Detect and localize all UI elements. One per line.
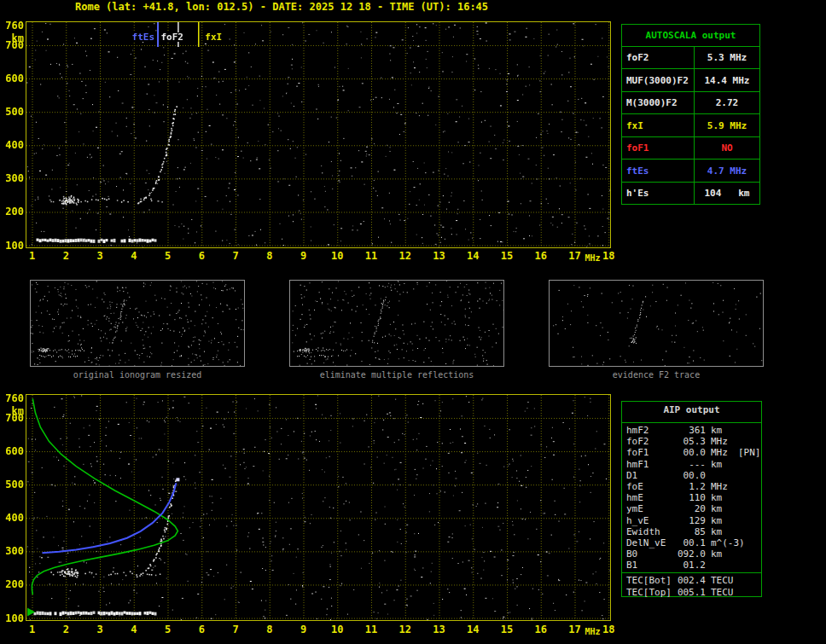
aip-row-value: 20 — [670, 503, 706, 514]
x-tick-label: 15 — [497, 624, 516, 635]
aip-row: D100.0 — [622, 470, 761, 481]
thumbnail-original-ionogram — [30, 280, 245, 367]
autoscala-row-value: 5.9 MHz — [695, 114, 759, 136]
x-tick-label: 12 — [396, 624, 415, 635]
autoscala-table-title: AUTOSCALA output — [622, 25, 759, 47]
y-tick-label: 100 — [1, 613, 24, 624]
autoscala-row-label: M(3000)F2 — [622, 92, 695, 113]
bottom-ionogram-plot — [26, 394, 611, 621]
autoscala-row: fxI5.9 MHz — [622, 113, 759, 136]
aip-row-value: 1.2 — [670, 481, 706, 492]
thumbnail-caption-eliminate: eliminate multiple reflections — [289, 370, 504, 380]
marker-label-fof2: foF2 — [160, 32, 184, 42]
aip-row-note: [PN] — [738, 447, 761, 458]
autoscala-row: M(3000)F22.72 — [622, 91, 759, 113]
aip-tec-row: TEC[Bot]002.4TECU — [622, 575, 761, 586]
autoscala-row: foF25.3 MHz — [622, 46, 759, 68]
y-tick-label: 300 — [1, 546, 24, 556]
y-tick-label: 100 — [1, 241, 24, 251]
autoscala-row-value: 2.72 — [695, 92, 759, 113]
x-tick-label: 11 — [362, 251, 381, 261]
bottom-ionogram-canvas — [26, 395, 610, 620]
aip-row: foE1.2MHz — [622, 481, 761, 492]
top-ionogram-plot: ftEs foF2 fxI — [26, 21, 611, 248]
aip-row-label: DelN_vE — [626, 537, 666, 548]
aip-row-unit: km — [711, 503, 722, 514]
autoscala-row: h'Es104 km — [622, 182, 759, 204]
aip-row-value: 129 — [670, 515, 706, 526]
aip-row-value: 00.1 — [670, 537, 706, 548]
aip-row-unit: MHz — [711, 481, 728, 492]
x-tick-label: 10 — [328, 624, 346, 635]
x-tick-label: 7 — [226, 251, 245, 261]
x-tick-label: 10 — [328, 251, 346, 261]
y-tick-label: 600 — [1, 73, 24, 84]
aip-row-unit: km — [711, 459, 722, 470]
y-tick-label: 760 — [1, 20, 24, 31]
aip-row-unit: km — [711, 515, 722, 526]
aip-row: ymE20km — [622, 503, 761, 514]
y-tick-label: 600 — [1, 446, 24, 456]
autoscala-screen: Rome (lat: +41.8, lon: 012.5) - DATE: 20… — [0, 0, 826, 644]
y-axis-unit-label: km — [1, 33, 24, 44]
autoscala-row-label: foF2 — [622, 46, 695, 68]
thumbnail-evidence-f2 — [549, 280, 764, 367]
x-tick-label: 2 — [56, 624, 75, 635]
x-tick-label: 12 — [396, 251, 415, 261]
x-tick-label: 14 — [463, 624, 482, 635]
x-tick-label: 18 — [599, 251, 618, 261]
autoscala-row: foF1NO — [622, 136, 759, 159]
aip-row: hmE110km — [622, 492, 761, 503]
aip-row: h_vE129km — [622, 515, 761, 526]
y-tick-label: 760 — [1, 393, 24, 403]
aip-box-title: AIP output — [622, 405, 761, 415]
x-tick-label: 3 — [90, 624, 109, 635]
autoscala-row-label: MUF(3000)F2 — [622, 69, 695, 91]
x-tick-label: 13 — [430, 624, 449, 635]
aip-output-box: AIP output hmF2361kmfoF205.3MHzfoF100.0M… — [621, 401, 762, 597]
aip-header-separator — [622, 422, 761, 423]
x-tick-label: 15 — [497, 251, 516, 261]
y-tick-label: 400 — [1, 140, 24, 150]
autoscala-row: MUF(3000)F214.4 MHz — [622, 68, 759, 91]
aip-row-label: h_vE — [626, 515, 649, 526]
autoscala-row-value: 4.7 MHz — [695, 160, 759, 182]
aip-row-unit: TECU — [711, 587, 734, 598]
aip-row-label: ymE — [626, 503, 643, 514]
autoscala-output-table: AUTOSCALA output foF25.3 MHzMUF(3000)F21… — [621, 24, 760, 205]
aip-row: hmF1---km — [622, 459, 761, 470]
x-tick-label: 11 — [362, 624, 381, 635]
aip-row-value: 092.0 — [670, 548, 706, 560]
aip-row: B101.2 — [622, 560, 761, 571]
aip-row-value: 00.0 — [670, 470, 706, 481]
aip-tec-row: TEC[Top]005.1TECU — [622, 587, 761, 598]
top-ionogram-canvas — [26, 22, 610, 247]
autoscala-row: ftEs4.7 MHz — [622, 159, 759, 182]
x-tick-label: 16 — [532, 624, 550, 635]
aip-row-unit: m^(-3) — [711, 537, 745, 548]
x-tick-label: 17 — [566, 251, 585, 261]
aip-row-value: 01.2 — [670, 560, 706, 571]
aip-row: foF205.3MHz — [622, 436, 761, 447]
aip-row-label: hmE — [626, 492, 643, 503]
x-tick-label: 5 — [159, 251, 177, 261]
aip-row-value: 05.3 — [670, 436, 706, 447]
x-tick-label: 3 — [90, 251, 109, 261]
autoscala-row-label: fxI — [622, 114, 695, 136]
aip-row: hmF2361km — [622, 425, 761, 436]
thumbnail-eliminate-canvas — [290, 281, 503, 366]
autoscala-row-value: 14.4 MHz — [695, 69, 759, 91]
aip-row-unit: TECU — [711, 575, 734, 586]
x-tick-label: 1 — [23, 251, 42, 261]
aip-row-label: D1 — [626, 470, 637, 481]
x-tick-label: 6 — [192, 251, 211, 261]
marker-label-ftes: ftEs — [131, 32, 156, 42]
x-tick-label: 16 — [532, 251, 550, 261]
aip-row-unit: MHz — [711, 436, 728, 447]
aip-row-value: 005.1 — [670, 587, 706, 598]
y-tick-label: 400 — [1, 513, 24, 523]
aip-row-label: Ewidth — [626, 526, 660, 537]
aip-row-unit: km — [711, 526, 722, 537]
x-tick-label: 4 — [125, 624, 143, 635]
aip-row-value: 110 — [670, 492, 706, 503]
